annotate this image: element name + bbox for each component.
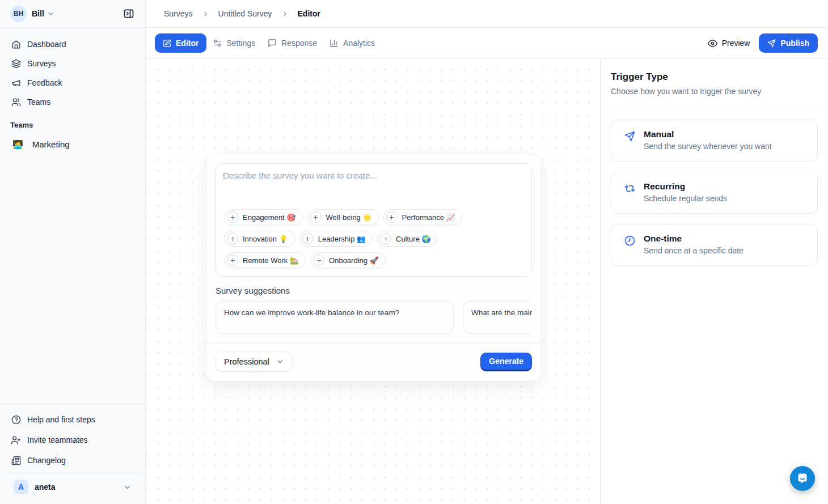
technologist-emoji-icon: 🧑‍💻 [12,140,23,149]
sidebar-collapse-button[interactable] [120,5,137,22]
tab-response[interactable]: Response [261,33,323,53]
prompt-box: Engagement 🎯 Well-being 🌟 Performance 📈 [216,163,532,277]
sidebar-item-dashboard[interactable]: Dashboard [5,36,141,53]
suggestion-card[interactable]: What are the main ob [463,301,532,334]
sidebar-item-surveys[interactable]: Surveys [5,55,141,72]
breadcrumb-surveys[interactable]: Surveys [164,9,193,18]
preview-label: Preview [722,39,750,48]
bar-chart-icon [329,39,339,48]
sidebar-item-feedback[interactable]: Feedback [5,74,141,91]
publish-label: Publish [780,39,809,48]
eye-icon [708,39,717,48]
sidebar-item-label: Help and first steps [27,415,95,424]
tab-label: Editor [176,39,198,48]
panel-subtitle: Choose how you want to trigger the surve… [611,87,818,96]
tab-label: Settings [226,39,255,48]
user-menu[interactable]: A aneta [5,473,141,502]
trigger-option-recurring[interactable]: Recurring Schedule regular sends [611,172,818,214]
layers-icon [11,59,21,69]
sidebar-item-label: Invite teammates [27,435,88,444]
chip-label: Leadership 👥 [318,235,366,243]
tab-label: Response [281,39,317,48]
trigger-option-title: Recurring [644,181,727,192]
chip-performance[interactable]: Performance 📈 [383,209,462,225]
plus-icon [227,233,238,244]
plus-icon [302,233,314,244]
chip-label: Engagement 🎯 [243,213,296,222]
tab-settings[interactable]: Settings [206,33,261,53]
breadcrumb-untitled-survey[interactable]: Untitled Survey [218,9,272,18]
chip-innovation[interactable]: Innovation 💡 [224,231,295,247]
sidebar-nav: Dashboard Surveys Feedback Teams [0,28,145,113]
users-icon [11,98,21,107]
generate-button[interactable]: Generate [480,353,532,371]
chip-onboarding[interactable]: Onboarding 🚀 [310,252,386,268]
chevron-down-icon [47,10,54,18]
sidebar-item-label: Changelog [27,456,66,465]
trigger-option-description: Send once at a specific date [644,246,743,255]
suggestion-card[interactable]: How can we improve work-life balance in … [216,301,454,334]
sidebar-item-changelog[interactable]: Changelog [5,451,141,469]
user-plus-icon [11,435,21,445]
workspace-avatar: BH [10,6,27,22]
composer-footer: Professional Generate [216,344,532,372]
plus-icon [386,211,398,223]
trigger-option-one-time[interactable]: One-time Send once at a specific date [611,224,818,266]
breadcrumb-editor: Editor [298,9,320,18]
sidebar-item-invite[interactable]: Invite teammates [5,431,141,449]
sidebar-item-help[interactable]: Help and first steps [5,410,141,429]
editor-canvas[interactable]: Engagement 🎯 Well-being 🌟 Performance 📈 [146,59,600,504]
send-icon [767,39,776,48]
chip-well-being[interactable]: Well-being 🌟 [307,209,379,225]
tab-editor[interactable]: Editor [155,33,206,53]
trigger-options: Manual Send the survey whenever you want… [601,108,828,277]
chip-remote-work[interactable]: Remote Work 🏡 [224,252,306,268]
chip-label: Remote Work 🏡 [243,256,299,265]
preview-button[interactable]: Preview [708,39,750,48]
workspace-switcher[interactable]: BH Bill [0,0,145,28]
main-area: Surveys Untitled Survey Editor Editor [146,0,828,504]
chip-label: Onboarding 🚀 [329,256,379,265]
user-avatar: A [14,480,28,494]
teams-section-label: Teams [10,121,135,129]
sliders-icon [213,39,222,48]
sidebar-item-teams[interactable]: Teams [5,94,141,111]
app-window: BH Bill Dashboard Surv [0,0,828,504]
user-name: aneta [35,482,56,492]
trigger-type-panel: Trigger Type Choose how you want to trig… [600,59,828,504]
publish-button[interactable]: Publish [759,33,818,53]
home-icon [11,40,21,49]
trigger-option-text: Recurring Schedule regular sends [644,181,727,204]
sidebar-item-team-marketing[interactable]: 🧑‍💻 Marketing [5,134,141,154]
chip-label: Well-being 🌟 [326,213,372,222]
tab-analytics[interactable]: Analytics [323,33,381,53]
panel-title: Trigger Type [611,71,818,83]
plus-icon [380,233,391,244]
chat-launcher-button[interactable] [790,466,815,491]
suggestions-row: How can we improve work-life balance in … [216,301,532,334]
trigger-option-description: Send the survey whenever you want [644,142,772,151]
breadcrumb: Surveys Untitled Survey Editor [146,0,828,28]
sidebar-item-label: Teams [27,98,50,107]
workspace-name: Bill [32,9,44,18]
clock-icon [624,235,635,256]
trigger-option-title: Manual [644,129,772,139]
chip-culture[interactable]: Culture 🌍 [377,231,438,247]
chip-engagement[interactable]: Engagement 🎯 [224,209,303,225]
plus-icon [227,255,238,266]
chevron-right-icon [202,10,209,18]
panel-collapse-icon [123,8,134,19]
chip-label: Performance 📈 [402,213,455,222]
chat-bubble-icon [796,472,809,485]
help-circle-icon [11,415,21,425]
message-square-icon [268,39,277,48]
tone-value: Professional [224,357,269,366]
trigger-option-manual[interactable]: Manual Send the survey whenever you want [611,120,818,162]
tone-select[interactable]: Professional [216,351,292,372]
edit-pencil-icon [163,39,171,48]
chevron-down-icon [276,358,284,366]
chip-leadership[interactable]: Leadership 👥 [299,231,373,247]
survey-prompt-input[interactable] [223,171,525,209]
chip-label: Culture 🌍 [396,235,431,243]
repeat-icon [624,183,635,204]
